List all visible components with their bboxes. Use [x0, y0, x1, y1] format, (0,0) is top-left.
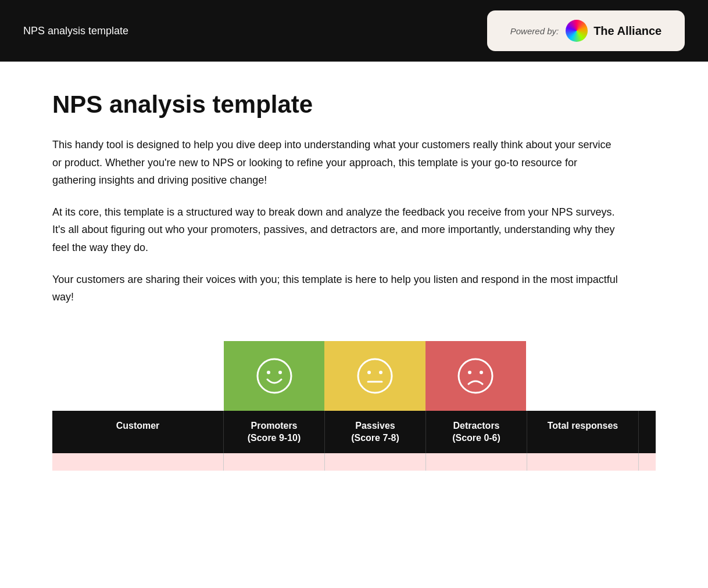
svg-point-0 — [258, 359, 291, 393]
alliance-name: The Alliance — [593, 24, 661, 38]
table-section: Customer Promoters (Score 9-10) Passives… — [52, 341, 656, 471]
th-customer: Customer — [52, 411, 224, 454]
powered-by-card: Powered by: The Alliance — [487, 10, 685, 51]
svg-point-4 — [367, 371, 371, 374]
detractors-card — [425, 341, 526, 411]
score-cards-row — [224, 341, 526, 411]
page-header: NPS analysis template Powered by: The Al… — [0, 0, 708, 62]
td-promoters-1 — [224, 453, 325, 471]
svg-point-1 — [267, 371, 270, 374]
passives-card — [324, 341, 425, 411]
td-total-1 — [527, 453, 639, 471]
th-passives: Passives (Score 7-8) — [325, 411, 426, 454]
svg-point-5 — [379, 371, 382, 374]
promoters-face-icon — [256, 357, 293, 395]
th-detractors: Detractors (Score 0-6) — [426, 411, 527, 454]
table-header: Customer Promoters (Score 9-10) Passives… — [52, 411, 656, 454]
th-nps-score: NPS score — [639, 411, 708, 454]
table-row-1 — [52, 453, 656, 471]
page-title: NPS analysis template — [52, 91, 656, 119]
powered-by-label: Powered by: — [510, 26, 559, 36]
td-detractors-1 — [426, 453, 527, 471]
svg-point-2 — [278, 371, 282, 374]
header-title: NPS analysis template — [23, 25, 128, 37]
promoters-card — [224, 341, 324, 411]
passives-face-icon — [356, 357, 394, 395]
td-customer-1 — [52, 453, 224, 471]
description-paragraph-1: This handy tool is designed to help you … — [52, 136, 622, 189]
th-total-responses: Total responses — [527, 411, 639, 454]
th-promoters: Promoters (Score 9-10) — [224, 411, 325, 454]
alliance-orb-icon — [566, 20, 588, 42]
td-nps-1 — [639, 453, 708, 471]
svg-point-9 — [480, 371, 483, 374]
description-paragraph-3: Your customers are sharing their voices … — [52, 271, 622, 306]
svg-point-3 — [358, 359, 392, 393]
td-passives-1 — [325, 453, 426, 471]
svg-point-7 — [459, 359, 492, 393]
description-paragraph-2: At its core, this template is a structur… — [52, 203, 622, 257]
alliance-logo: The Alliance — [566, 20, 661, 42]
detractors-face-icon — [457, 357, 494, 395]
svg-point-8 — [468, 371, 471, 374]
main-content: NPS analysis template This handy tool is… — [0, 62, 708, 471]
